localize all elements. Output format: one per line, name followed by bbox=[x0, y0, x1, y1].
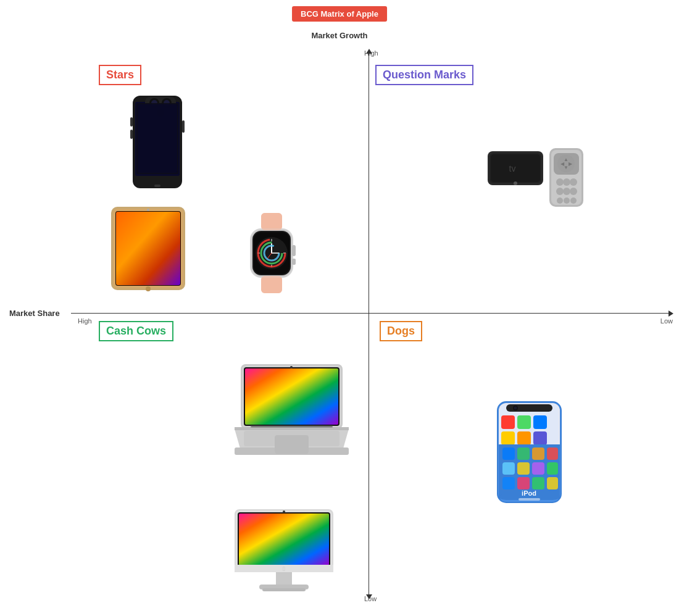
svg-rect-76 bbox=[239, 514, 329, 565]
bcg-title-button: BCG Matrix of Apple bbox=[292, 6, 387, 22]
svg-rect-102 bbox=[547, 447, 558, 460]
ipod-product: iPod bbox=[494, 398, 565, 506]
iphone-product bbox=[127, 96, 201, 191]
svg-rect-103 bbox=[502, 462, 515, 475]
svg-point-77 bbox=[283, 510, 285, 513]
question-marks-quadrant-label: Question Marks bbox=[375, 65, 473, 85]
svg-rect-100 bbox=[517, 447, 530, 460]
ipad-product bbox=[108, 204, 188, 293]
svg-point-52 bbox=[556, 188, 564, 195]
svg-rect-92 bbox=[517, 415, 531, 429]
svg-point-49 bbox=[556, 178, 564, 186]
svg-point-51 bbox=[570, 178, 577, 186]
svg-rect-12 bbox=[130, 130, 133, 139]
svg-text:▲: ▲ bbox=[564, 157, 569, 162]
svg-rect-107 bbox=[502, 477, 515, 489]
low-share-label: Low bbox=[660, 317, 673, 325]
svg-point-67 bbox=[290, 366, 293, 368]
svg-text:◀: ◀ bbox=[560, 161, 565, 167]
svg-point-57 bbox=[570, 198, 577, 204]
svg-point-56 bbox=[564, 198, 570, 204]
svg-rect-71 bbox=[275, 435, 309, 454]
svg-rect-9 bbox=[138, 104, 177, 173]
svg-point-53 bbox=[563, 188, 570, 195]
svg-point-44 bbox=[514, 181, 517, 185]
market-growth-label: Market Growth bbox=[311, 31, 367, 40]
svg-text:▼: ▼ bbox=[564, 165, 569, 170]
svg-rect-106 bbox=[547, 462, 558, 475]
svg-rect-112 bbox=[519, 498, 540, 501]
svg-rect-39 bbox=[261, 213, 282, 230]
svg-rect-40 bbox=[261, 276, 282, 293]
svg-rect-17 bbox=[116, 212, 180, 285]
apple-tv-product: tv ▲ ▼ ◀ ▶ bbox=[488, 148, 589, 210]
svg-text::  bbox=[283, 565, 285, 572]
svg-point-90 bbox=[514, 407, 517, 410]
horizontal-axis bbox=[71, 313, 670, 314]
svg-rect-110 bbox=[547, 477, 558, 489]
dogs-quadrant-label: Dogs bbox=[380, 321, 422, 341]
svg-rect-105 bbox=[532, 462, 544, 475]
svg-text:tv: tv bbox=[509, 164, 516, 173]
svg-rect-104 bbox=[517, 462, 530, 475]
svg-rect-109 bbox=[532, 477, 544, 489]
svg-rect-66 bbox=[245, 368, 338, 425]
svg-rect-96 bbox=[533, 431, 547, 445]
svg-text:▶: ▶ bbox=[569, 161, 573, 167]
svg-rect-94 bbox=[501, 431, 515, 445]
svg-rect-38 bbox=[292, 259, 296, 265]
high-share-label: High bbox=[78, 317, 92, 325]
svg-rect-95 bbox=[517, 431, 531, 445]
svg-point-55 bbox=[557, 198, 563, 204]
macbook-product bbox=[235, 361, 349, 457]
imac-product:  bbox=[231, 509, 336, 596]
svg-point-19 bbox=[147, 209, 149, 211]
svg-rect-99 bbox=[502, 447, 515, 460]
svg-rect-93 bbox=[533, 415, 547, 429]
svg-point-54 bbox=[570, 188, 577, 195]
svg-rect-10 bbox=[182, 120, 185, 133]
svg-rect-13 bbox=[154, 185, 160, 187]
svg-point-18 bbox=[146, 286, 151, 291]
svg-rect-11 bbox=[130, 117, 133, 127]
vertical-axis bbox=[369, 52, 369, 596]
svg-rect-101 bbox=[532, 447, 544, 460]
svg-rect-108 bbox=[517, 477, 530, 489]
svg-text:iPod: iPod bbox=[522, 489, 536, 497]
svg-rect-82 bbox=[262, 588, 306, 591]
stars-quadrant-label: Stars bbox=[99, 65, 141, 85]
apple-watch-product bbox=[238, 213, 312, 293]
svg-rect-37 bbox=[292, 245, 296, 256]
svg-point-50 bbox=[563, 178, 570, 186]
cash-cows-quadrant-label: Cash Cows bbox=[99, 321, 173, 341]
svg-rect-80 bbox=[276, 572, 292, 585]
market-share-label: Market Share bbox=[9, 309, 60, 318]
svg-rect-72 bbox=[235, 427, 349, 430]
svg-rect-91 bbox=[501, 415, 515, 429]
